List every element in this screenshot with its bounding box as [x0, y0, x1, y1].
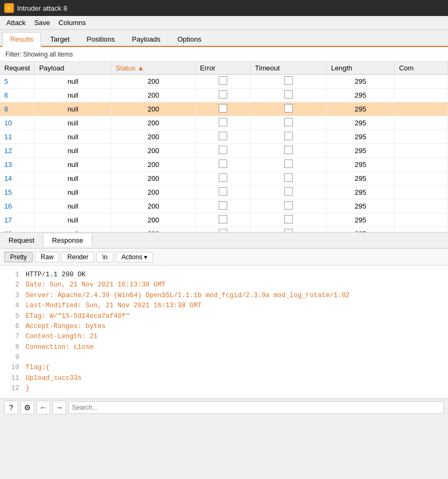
cell-length: 295: [326, 227, 394, 233]
table-row[interactable]: 6 null 200 295: [0, 89, 448, 102]
table-row[interactable]: 16 null 200 295: [0, 199, 448, 213]
col-request[interactable]: Request: [0, 62, 35, 75]
response-line: 1 HTTP/1.1 200 OK: [6, 270, 442, 280]
cell-error: [196, 89, 251, 102]
table-row[interactable]: 15 null 200 295: [0, 186, 448, 199]
cell-payload: null: [35, 213, 111, 227]
cell-payload: null: [35, 172, 111, 186]
error-checkbox[interactable]: [219, 215, 227, 223]
table-row[interactable]: 11 null 200 295: [0, 130, 448, 144]
cell-request-id[interactable]: 14: [0, 172, 35, 186]
error-checkbox[interactable]: [219, 118, 227, 126]
table-row[interactable]: 17 null 200 295: [0, 213, 448, 227]
line-number: 12: [6, 384, 19, 394]
timeout-checkbox[interactable]: [284, 104, 293, 113]
tab-payloads[interactable]: Payloads: [124, 32, 168, 46]
col-status[interactable]: Status ▲: [111, 62, 196, 75]
back-button[interactable]: ←: [36, 401, 50, 414]
cell-request-id[interactable]: 13: [0, 158, 35, 172]
raw-button[interactable]: Raw: [35, 252, 59, 262]
tab-results[interactable]: Results: [2, 32, 41, 47]
cell-request-id[interactable]: 11: [0, 130, 35, 144]
error-checkbox[interactable]: [219, 187, 227, 196]
table-row[interactable]: 14 null 200 295: [0, 172, 448, 186]
timeout-checkbox[interactable]: [284, 146, 293, 154]
cell-request-id[interactable]: 5: [0, 75, 35, 89]
cell-request-id[interactable]: 15: [0, 186, 35, 199]
cell-status: 200: [111, 75, 196, 89]
menu-columns[interactable]: Columns: [54, 18, 90, 28]
panel-tab-response[interactable]: Response: [43, 234, 92, 246]
col-payload[interactable]: Payload: [35, 62, 111, 75]
error-checkbox[interactable]: [219, 76, 227, 85]
table-row[interactable]: 8 null 200 295: [0, 102, 448, 116]
timeout-checkbox[interactable]: [284, 90, 293, 99]
table-row[interactable]: 5 null 200 295: [0, 75, 448, 89]
cell-timeout: [251, 158, 327, 172]
cell-request-id[interactable]: 10: [0, 116, 35, 130]
line-number: 1: [6, 270, 19, 280]
error-checkbox[interactable]: [219, 90, 227, 99]
forward-button[interactable]: →: [52, 401, 66, 414]
line-number: 9: [6, 353, 19, 363]
response-line: 3 Server: Apache/2.4.39 (Win64) OpenSSL/…: [6, 291, 442, 301]
actions-button[interactable]: Actions ▾: [116, 252, 153, 262]
results-table: Request Payload Status ▲ Error Timeout L…: [0, 62, 448, 233]
cell-request-id[interactable]: 17: [0, 213, 35, 227]
pretty-button[interactable]: Pretty: [4, 252, 33, 262]
col-error[interactable]: Error: [196, 62, 251, 75]
menu-attack[interactable]: Attack: [2, 18, 30, 28]
table-row[interactable]: 10 null 200 295: [0, 116, 448, 130]
error-checkbox[interactable]: [219, 146, 227, 154]
cell-payload: null: [35, 199, 111, 213]
tab-positions[interactable]: Positions: [79, 32, 123, 46]
timeout-checkbox[interactable]: [284, 215, 293, 223]
error-checkbox[interactable]: [219, 159, 227, 168]
cell-request-id[interactable]: 8: [0, 102, 35, 116]
col-timeout[interactable]: Timeout: [251, 62, 327, 75]
timeout-checkbox[interactable]: [284, 159, 293, 168]
error-checkbox[interactable]: [219, 201, 227, 210]
timeout-checkbox[interactable]: [284, 132, 293, 140]
panel-tab-request[interactable]: Request: [0, 234, 43, 246]
cell-error: [196, 227, 251, 233]
timeout-checkbox[interactable]: [284, 118, 293, 126]
timeout-checkbox[interactable]: [284, 173, 293, 182]
error-checkbox[interactable]: [219, 229, 227, 233]
search-input[interactable]: [68, 401, 444, 414]
timeout-checkbox[interactable]: [284, 76, 293, 85]
timeout-checkbox[interactable]: [284, 201, 293, 210]
render-button[interactable]: Render: [61, 252, 94, 262]
col-com[interactable]: Com: [395, 62, 448, 75]
table-row[interactable]: 13 null 200 295: [0, 158, 448, 172]
cell-request-id[interactable]: 12: [0, 144, 35, 158]
error-checkbox[interactable]: [219, 104, 227, 113]
cell-request-id[interactable]: 20: [0, 227, 35, 233]
timeout-checkbox[interactable]: [284, 187, 293, 196]
cell-request-id[interactable]: 16: [0, 199, 35, 213]
cell-length: 295: [326, 213, 394, 227]
filter-bar: Filter: Showing all items: [0, 47, 448, 62]
timeout-checkbox[interactable]: [284, 229, 293, 233]
cell-request-id[interactable]: 6: [0, 89, 35, 102]
line-text: }: [26, 384, 30, 394]
tab-target[interactable]: Target: [42, 32, 77, 46]
error-checkbox[interactable]: [219, 173, 227, 182]
table-row[interactable]: 20 null 200 295: [0, 227, 448, 233]
response-line: 6 Accept-Ranges: bytes: [6, 322, 442, 332]
line-number: 5: [6, 312, 19, 322]
cell-error: [196, 213, 251, 227]
menu-save[interactable]: Save: [30, 18, 54, 28]
col-length[interactable]: Length: [326, 62, 394, 75]
tab-options[interactable]: Options: [170, 32, 210, 46]
help-button[interactable]: ?: [4, 401, 18, 414]
forward-icon: →: [55, 403, 63, 412]
cell-status: 200: [111, 116, 196, 130]
cell-com: [395, 102, 448, 116]
settings-button[interactable]: ⚙: [20, 401, 34, 414]
cell-error: [196, 116, 251, 130]
table-row[interactable]: 12 null 200 295: [0, 144, 448, 158]
error-checkbox[interactable]: [219, 132, 227, 140]
cell-com: [395, 144, 448, 158]
newline-button[interactable]: \n: [97, 252, 114, 262]
